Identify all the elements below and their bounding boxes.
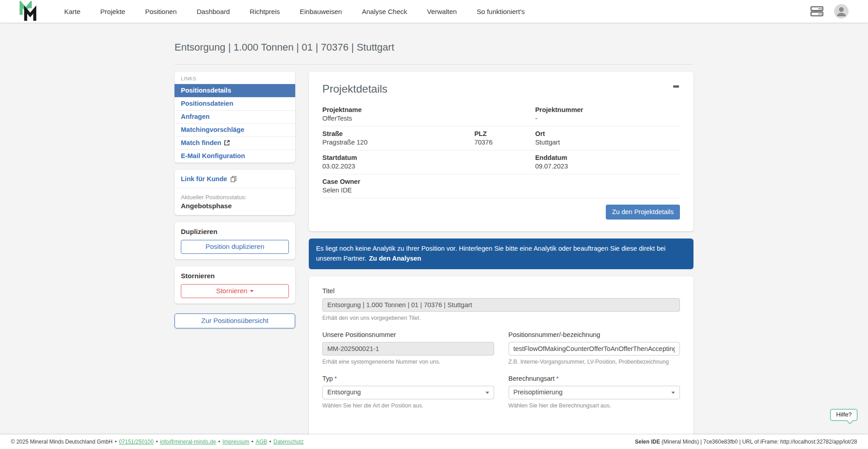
separator-dot: • (115, 439, 117, 445)
mineral-minds-logo-icon[interactable] (18, 1, 39, 22)
case-owner-value: Selen IDE (322, 187, 680, 194)
nav-item-positionen[interactable]: Positionen (145, 8, 177, 15)
sidebar-item-positionsdetails[interactable]: Positionsdetails (175, 84, 295, 97)
page-container: Entsorgung | 1.000 Tonnen | 01 | 70376 |… (175, 42, 693, 449)
typ-help-text: Wählen Sie hier die Art der Position aus… (322, 402, 494, 409)
footer-agb-link[interactable]: AGB (255, 439, 267, 445)
position-status-label: Aktueller Positionsstatus: (181, 194, 289, 201)
startdatum-value: 03.02.2023 (322, 163, 535, 170)
sidebar-item-label: E-Mail Konfiguration (181, 152, 245, 159)
sidebar-item-label: Anfragen (181, 113, 210, 120)
footer-phone-link[interactable]: 07151/250100 (119, 439, 154, 445)
analytics-info-banner: Es liegt noch keine Analytik zu Ihrer Po… (309, 239, 693, 269)
nav-item-projekte[interactable]: Projekte (100, 8, 125, 15)
position-number-input[interactable] (509, 342, 680, 355)
position-form-card: Titel Erhält den von uns vorgegebenen Ti… (309, 276, 693, 449)
sidebar-item-label: Match finden (181, 139, 221, 146)
external-link-icon (224, 140, 230, 146)
banner-text: Es liegt noch keine Analytik zu Ihrer Po… (316, 245, 665, 262)
go-to-analyses-link[interactable]: Zu den Analysen (369, 255, 421, 262)
links-panel: LINKS Positionsdetails Positionsdateien … (175, 72, 295, 163)
sidebar-item-match-finden[interactable]: Match finden (175, 136, 295, 150)
separator-dot: • (156, 439, 158, 445)
our-position-number-label: Unsere Positionsnummer (322, 331, 494, 338)
main-nav: Karte Projekte Positionen Dashboard Rich… (64, 8, 525, 15)
cancel-button-label: Stornieren (216, 287, 247, 295)
main-content: Projektdetails Projektname OfferTests Pr… (309, 72, 693, 449)
titel-help-text: Erhält den von uns vorgegebenen Titel. (322, 315, 680, 321)
projektnummer-value: - (535, 115, 680, 122)
enddatum-value: 09.07.2023 (535, 163, 680, 170)
customer-link-panel: Link für Kunde Aktueller Positionsstatus… (175, 170, 295, 215)
footer-email-link[interactable]: info@mineral-minds.de (160, 439, 216, 445)
go-to-project-details-button[interactable]: Zu den Projektdetails (606, 205, 680, 220)
sidebar-item-email-konfiguration[interactable]: E-Mail Konfiguration (175, 150, 295, 163)
position-overview-button[interactable]: Zur Positionsübersicht (175, 313, 295, 328)
nav-item-analyse-check[interactable]: Analyse Check (362, 8, 407, 15)
project-details-card: Projektdetails Projektname OfferTests Pr… (309, 72, 693, 231)
typ-field-group: Typ* Entsorgung Wählen Sie hier die Art … (322, 375, 494, 409)
top-navbar: Karte Projekte Positionen Dashboard Rich… (0, 0, 868, 23)
footer-session-text: (Mineral Minds) | 7ce360e83fb0 | URL of … (660, 439, 857, 445)
nav-item-dashboard[interactable]: Dashboard (197, 8, 230, 15)
sidebar-item-positionsdateien[interactable]: Positionsdateien (175, 97, 295, 110)
our-position-number-group: Unsere Positionsnummer Erhält eine syste… (322, 331, 494, 365)
project-row-owner: Case Owner Selen IDE (322, 174, 680, 198)
position-number-help: Z.B. Interne-Vorgangsnummer, LV-Position… (509, 359, 680, 365)
projektname-value: OfferTests (322, 115, 535, 122)
separator-dot: • (218, 439, 220, 445)
project-row-name-number: Projektname OfferTests Projektnummer - (322, 103, 680, 126)
footer-impressum-link[interactable]: Impressum (222, 439, 249, 445)
cancel-dropdown-button[interactable]: Stornieren (181, 284, 289, 298)
berechnungsart-label: Berechnungsart* (509, 375, 680, 382)
footer-user-name: Selen IDE (635, 439, 660, 445)
nav-item-so-funktionierts[interactable]: So funktioniert's (476, 8, 524, 15)
startdatum-label: Startdatum (322, 154, 535, 161)
our-position-number-input[interactable] (322, 342, 494, 355)
nav-item-einbauweisen[interactable]: Einbauweisen (300, 8, 342, 15)
sidebar-item-matchingvorschlaege[interactable]: Matchingvorschläge (175, 123, 295, 136)
footer-datenschutz-link[interactable]: Datenschutz (274, 439, 304, 445)
plz-label: PLZ (474, 130, 535, 137)
sidebar-item-anfragen[interactable]: Anfragen (175, 110, 295, 123)
help-button[interactable]: Hilfe? (830, 409, 858, 421)
chevron-down-icon (486, 392, 489, 394)
berechnungsart-label-text: Berechnungsart (509, 375, 555, 382)
sidebar: LINKS Positionsdetails Positionsdateien … (175, 72, 295, 328)
nav-item-verwalten[interactable]: Verwalten (427, 8, 457, 15)
collapse-icon[interactable] (672, 83, 680, 90)
projektnummer-label: Projektnummer (535, 106, 680, 113)
ort-value: Stuttgart (535, 139, 680, 146)
ort-label: Ort (535, 130, 680, 137)
server-icon[interactable] (810, 6, 824, 17)
copyright-text: © 2025 Mineral Minds Deutschland GmbH (11, 439, 113, 445)
page-title: Entsorgung | 1.000 Tonnen | 01 | 70376 |… (175, 42, 693, 53)
navbar-right (810, 4, 849, 19)
duplicate-heading: Duplizieren (181, 228, 289, 235)
links-panel-header: LINKS (175, 72, 295, 84)
position-number-group: Positionsnummer/-bezeichnung Z.B. Intern… (509, 331, 680, 365)
nav-item-richtpreis[interactable]: Richtpreis (250, 8, 280, 15)
separator-dot: • (269, 439, 271, 445)
case-owner-label: Case Owner (322, 178, 680, 185)
enddatum-label: Enddatum (535, 154, 680, 161)
titel-input[interactable] (322, 298, 680, 312)
berechnungsart-selected-value: Preisoptimierung (514, 388, 563, 396)
project-row-dates: Startdatum 03.02.2023 Enddatum 09.07.202… (322, 150, 680, 174)
typ-label: Typ* (322, 375, 494, 382)
berechnungsart-select[interactable]: Preisoptimierung (509, 386, 680, 399)
customer-link[interactable]: Link für Kunde (181, 175, 289, 182)
project-row-address: Straße Pragstraße 120 PLZ 70376 Ort Stut… (322, 126, 680, 150)
sidebar-item-label: Positionsdetails (181, 87, 231, 94)
footer-left: © 2025 Mineral Minds Deutschland GmbH • … (11, 439, 304, 445)
plz-value: 70376 (474, 139, 535, 146)
berechnungsart-help-text: Wählen Sie hier die Berechnungsart aus. (509, 402, 680, 409)
nav-item-karte[interactable]: Karte (64, 8, 80, 15)
separator-dot: • (251, 439, 253, 445)
typ-select[interactable]: Entsorgung (322, 386, 494, 399)
user-avatar-icon[interactable] (834, 4, 849, 19)
duplicate-position-button[interactable]: Position duplizieren (181, 240, 289, 254)
footer: © 2025 Mineral Minds Deutschland GmbH • … (0, 435, 868, 449)
chevron-down-icon (671, 392, 675, 394)
strasse-label: Straße (322, 130, 474, 137)
